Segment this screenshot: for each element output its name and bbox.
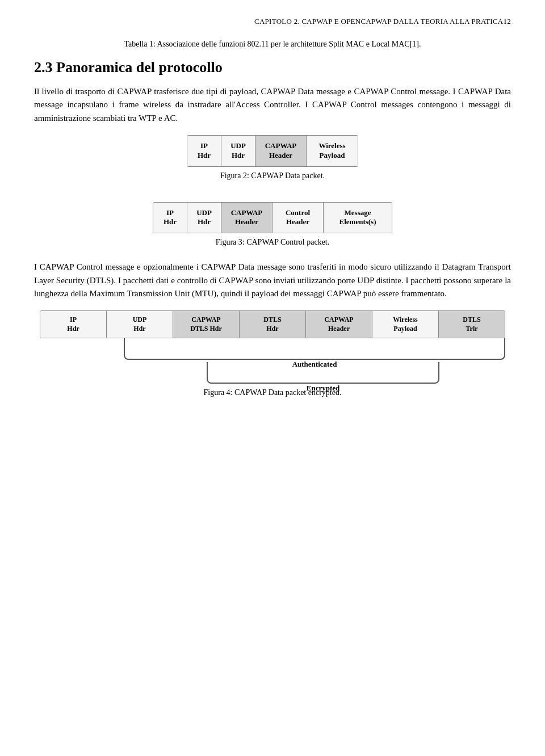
section-heading: 2.3 Panoramica del protocollo xyxy=(34,59,511,76)
fig4-cell-dtls-trlr: DTLSTrlr xyxy=(439,311,505,338)
page-header: CAPITOLO 2. CAPWAP E OPENCAPWAP DALLA TE… xyxy=(34,17,511,26)
fig2-cell-ip: IPHdr xyxy=(187,136,221,166)
fig4-cell-ip: IPHdr xyxy=(40,311,107,338)
bracket-encrypted-label: Encrypted xyxy=(307,384,340,393)
fig3-packet: IPHdr UDPHdr CAPWAPHeader ControlHeader … xyxy=(153,202,392,234)
fig3-cell-control: ControlHeader xyxy=(272,203,324,233)
paragraph-2: I CAPWAP Control message e opzionalmente… xyxy=(34,261,511,300)
figure-3: IPHdr UDPHdr CAPWAPHeader ControlHeader … xyxy=(34,202,511,259)
fig3-cell-ip: IPHdr xyxy=(153,203,187,233)
fig2-caption: Figura 2: CAPWAP Data packet. xyxy=(220,171,325,180)
figure-4: IPHdr UDPHdr CAPWAPDTLS Hdr DTLSHdr CAPW… xyxy=(34,310,511,409)
fig3-cell-udp: UDPHdr xyxy=(187,203,221,233)
fig3-caption: Figura 3: CAPWAP Control packet. xyxy=(216,238,330,247)
section-title: Panoramica del protocollo xyxy=(56,59,223,75)
fig4-cell-dtls-hdr: DTLSHdr xyxy=(240,311,306,338)
fig3-cell-capwap: CAPWAPHeader xyxy=(221,203,272,233)
fig4-cell-capwap-dtls: CAPWAPDTLS Hdr xyxy=(173,311,240,338)
bracket-authenticated: Authenticated xyxy=(124,338,505,360)
figure-2: IPHdr UDPHdr CAPWAPHeader WirelessPayloa… xyxy=(34,135,511,192)
bracket-encrypted: Encrypted xyxy=(207,362,439,384)
fig4-cell-wireless: WirelessPayload xyxy=(372,311,439,338)
fig4-packet: IPHdr UDPHdr CAPWAPDTLS Hdr DTLSHdr CAPW… xyxy=(40,310,505,338)
fig2-cell-udp: UDPHdr xyxy=(221,136,255,166)
table-caption: Tabella 1: Associazione delle funzioni 8… xyxy=(34,40,511,49)
fig4-cell-capwap-header: CAPWAPHeader xyxy=(306,311,372,338)
fig4-cell-udp: UDPHdr xyxy=(107,311,173,338)
fig2-cell-capwap: CAPWAPHeader xyxy=(255,136,307,166)
paragraph-1: Il livello di trasporto di CAPWAP trasfe… xyxy=(34,85,511,125)
fig4-brackets: Authenticated Encrypted xyxy=(40,338,505,384)
fig2-cell-wireless: WirelessPayload xyxy=(307,136,358,166)
fig2-packet: IPHdr UDPHdr CAPWAPHeader WirelessPayloa… xyxy=(187,135,358,167)
section-number: 2.3 xyxy=(34,59,53,75)
fig3-cell-message: MessageElements(s) xyxy=(324,203,392,233)
